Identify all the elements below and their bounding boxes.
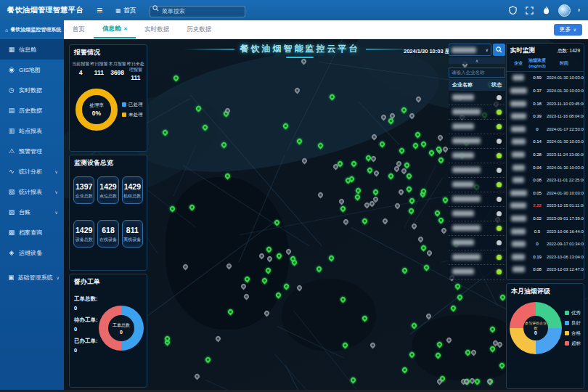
company-row[interactable] xyxy=(449,207,505,221)
map-pin[interactable] xyxy=(351,160,358,167)
user-avatar[interactable] xyxy=(558,4,571,17)
map-pin[interactable] xyxy=(388,172,395,179)
nav-home[interactable]: ▦ 首页 xyxy=(108,6,144,15)
map-pin[interactable] xyxy=(366,167,373,174)
tab-4[interactable]: 历史数据 xyxy=(178,20,220,38)
shield-icon[interactable] xyxy=(508,5,518,15)
map-pin[interactable] xyxy=(415,131,422,139)
sidebar-item-base-system[interactable]: ▣基础管理系统∨ xyxy=(0,267,64,287)
map-pin[interactable] xyxy=(361,217,368,224)
company-filter-select[interactable]: ∨ xyxy=(449,44,491,56)
collapse-toggle[interactable]: ∧ xyxy=(449,57,505,64)
map-pin[interactable] xyxy=(401,266,409,274)
tab-3[interactable]: 实时数据 xyxy=(136,20,178,38)
sidebar-item-alarm-manage[interactable]: ⚠预警管理 xyxy=(0,141,64,161)
sidebar-item-site-report[interactable]: ▥站点报表 xyxy=(0,121,64,141)
company-row[interactable] xyxy=(449,105,505,120)
map-pin[interactable] xyxy=(373,169,380,176)
map-pin[interactable] xyxy=(315,265,322,272)
more-button[interactable]: 更多 ∨ xyxy=(554,24,582,36)
map-pin[interactable] xyxy=(354,194,361,201)
map-pin[interactable] xyxy=(454,282,462,290)
map-pin[interactable] xyxy=(420,140,428,147)
sidebar-item-stat-analysis[interactable]: ∿统计分析∨ xyxy=(0,161,64,181)
map-pin[interactable] xyxy=(317,191,324,198)
company-row[interactable] xyxy=(449,120,505,134)
map-pin[interactable] xyxy=(450,305,457,312)
map-pin[interactable] xyxy=(438,216,445,224)
sidebar-item-info-cabin[interactable]: ▦信息舱 xyxy=(0,39,64,60)
sidebar-item-history-data[interactable]: ▤历史数据 xyxy=(0,100,64,121)
company-row[interactable] xyxy=(449,192,505,207)
realtime-row[interactable]: 0.082023-12-03 12:47:00 xyxy=(507,264,584,277)
map-pin[interactable] xyxy=(172,75,179,82)
map-pin[interactable] xyxy=(412,142,419,149)
map-pin[interactable] xyxy=(441,145,449,152)
hamburger-menu-icon[interactable]: ≡ xyxy=(91,4,108,16)
map-pin[interactable] xyxy=(420,245,428,252)
sidebar-item-stat-report[interactable]: ▧统计报表∨ xyxy=(0,181,64,202)
map-pin[interactable] xyxy=(404,161,411,168)
company-row[interactable] xyxy=(449,163,505,178)
map-pin[interactable] xyxy=(405,172,412,179)
company-row[interactable] xyxy=(449,236,505,250)
map-pin[interactable] xyxy=(205,356,212,364)
map-pin[interactable] xyxy=(369,342,376,349)
realtime-row[interactable]: 0.282023-11-24 13:00:00 xyxy=(507,148,584,161)
sidebar-system-title[interactable]: ⌂ 餐饮油烟监控管理系统 ∧ xyxy=(0,20,64,39)
map-pin[interactable] xyxy=(401,367,409,374)
tab-2[interactable]: 信息舱× xyxy=(94,20,136,38)
map-pin[interactable] xyxy=(410,223,417,230)
map-pin[interactable] xyxy=(215,335,222,343)
company-row[interactable] xyxy=(449,149,505,163)
realtime-row[interactable]: 0.182023-11-10 03:45:00 xyxy=(507,97,584,110)
map-pin[interactable] xyxy=(436,134,444,142)
map-pin[interactable] xyxy=(441,227,448,234)
map-pin[interactable] xyxy=(283,283,290,290)
menu-search-input[interactable] xyxy=(150,6,245,17)
map-pin[interactable] xyxy=(417,236,424,243)
company-search-button[interactable] xyxy=(493,44,505,56)
company-row[interactable] xyxy=(449,250,505,265)
sidebar-item-gis-map[interactable]: ◉GIS地图 xyxy=(0,60,64,80)
map-pin[interactable] xyxy=(425,250,433,257)
fullscreen-icon[interactable] xyxy=(525,5,535,15)
company-row[interactable] xyxy=(449,134,505,149)
realtime-row[interactable]: 0.022023-09-01 17:39:00 xyxy=(507,212,584,225)
map-pin[interactable] xyxy=(194,372,201,380)
map-pin[interactable] xyxy=(340,205,347,213)
map-pin[interactable] xyxy=(342,219,349,226)
company-row[interactable] xyxy=(449,221,505,236)
map-pin[interactable] xyxy=(456,293,463,301)
realtime-row[interactable]: 2.222023-12-15 01:11:00 xyxy=(507,200,584,213)
realtime-row[interactable]: 0.082023-11-01 22:25:00 xyxy=(507,173,584,187)
map-pin[interactable] xyxy=(394,202,401,209)
map-pin[interactable] xyxy=(422,264,430,271)
realtime-row[interactable]: 0.042024-01-30 10:03:00 xyxy=(507,161,584,174)
close-tab-icon[interactable]: × xyxy=(124,25,128,32)
tab-1[interactable]: 首页 xyxy=(64,20,94,38)
map-pin[interactable] xyxy=(405,185,412,192)
realtime-row[interactable]: 0.052024-01-30 10:03:00 xyxy=(507,187,584,200)
map-pin[interactable] xyxy=(399,147,406,155)
realtime-row[interactable]: 02022-09-17 01:34:00 xyxy=(507,237,584,250)
map-pin[interactable] xyxy=(382,218,389,225)
realtime-row[interactable]: 02024-01-17 22:53:00 xyxy=(507,123,584,136)
realtime-row[interactable]: 0.592024-01-30 10:03:00 xyxy=(507,72,584,85)
map-pin[interactable] xyxy=(328,255,335,262)
map-pin[interactable] xyxy=(354,187,362,194)
company-row[interactable] xyxy=(449,178,505,192)
realtime-row[interactable]: 0.52023-10-06 16:44:00 xyxy=(507,225,584,238)
map-pin[interactable] xyxy=(397,188,404,195)
map-pin[interactable] xyxy=(364,155,372,162)
user-menu-chevron-icon[interactable]: ∨ xyxy=(577,7,581,13)
company-row[interactable] xyxy=(449,91,505,105)
realtime-row[interactable]: 0.192023-10-06 13:04:00 xyxy=(507,250,584,264)
company-row[interactable] xyxy=(449,265,505,279)
sidebar-item-ledger[interactable]: ▨台账∨ xyxy=(0,202,64,222)
map-pin[interactable] xyxy=(428,149,435,156)
realtime-row[interactable]: 0.372024-01-30 10:03:00 xyxy=(507,84,584,97)
sidebar-item-ops-device[interactable]: ◈运维设备 xyxy=(0,242,64,263)
flame-icon[interactable] xyxy=(542,5,552,15)
sidebar-item-archive-query[interactable]: ▩档案查询 xyxy=(0,222,64,242)
